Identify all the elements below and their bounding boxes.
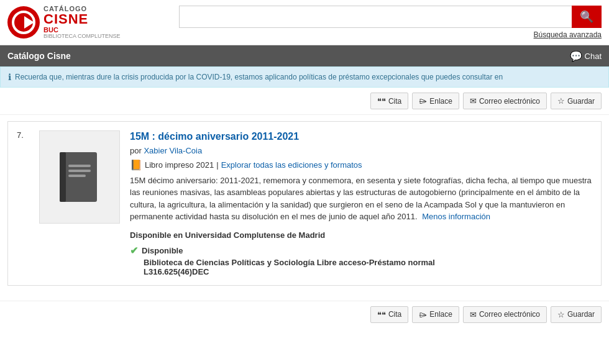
- save-label-bottom: Guardar: [567, 310, 595, 319]
- email-icon-bottom: ✉: [470, 310, 477, 319]
- svg-rect-4: [68, 175, 86, 177]
- result-format: 📙 Libro impreso 2021 | Explorar todas la…: [130, 159, 592, 171]
- link-button-bottom[interactable]: ⌲ Enlace: [412, 306, 459, 323]
- logo-text: CATÁLOGO CISNE BUC BIBLIOTECA COMPLUTENS…: [44, 5, 121, 40]
- search-row: 🔍: [179, 6, 602, 28]
- logo-cisne: CISNE: [44, 12, 121, 26]
- link-label-bottom: Enlace: [429, 310, 452, 319]
- main-content: 7. 15M : décimo aniversario 2011-2021 po…: [0, 115, 609, 298]
- save-button-bottom[interactable]: ☆ Guardar: [551, 306, 602, 323]
- available-check-icon: ✔: [130, 245, 138, 257]
- book-cover-icon: [55, 149, 104, 205]
- format-text: Libro impreso 2021: [145, 160, 214, 170]
- result-details: 15M : décimo aniversario 2011-2021 por X…: [130, 130, 592, 276]
- description-text: 15M décimo aniversario: 2011-2021, remem…: [130, 176, 592, 222]
- search-button[interactable]: 🔍: [572, 6, 602, 28]
- cite-label-top: Cita: [388, 97, 401, 106]
- chat-label: Chat: [585, 52, 602, 61]
- library-name: Biblioteca de Ciencias Políticas y Socio…: [144, 258, 592, 267]
- email-button-bottom[interactable]: ✉ Correo electrónico: [463, 306, 547, 323]
- book-thumbnail: [39, 130, 120, 224]
- save-button-top[interactable]: ☆ Guardar: [551, 93, 602, 109]
- link-button-top[interactable]: ⌲ Enlace: [412, 93, 459, 109]
- save-label-top: Guardar: [567, 97, 595, 106]
- email-label-top: Correo electrónico: [479, 97, 540, 106]
- info-icon: ℹ: [8, 72, 11, 82]
- email-button-top[interactable]: ✉ Correo electrónico: [463, 93, 547, 109]
- author-link[interactable]: Xabier Vila-Coia: [144, 146, 202, 155]
- info-text: Recuerda que, mientras dure la crisis pr…: [15, 73, 503, 81]
- author-prefix: por: [130, 146, 142, 155]
- link-icon-top: ⌲: [419, 96, 427, 106]
- link-label-top: Enlace: [429, 97, 452, 106]
- chat-icon: 💬: [570, 50, 582, 62]
- save-icon-bottom: ☆: [557, 310, 565, 319]
- svg-rect-1: [60, 152, 66, 202]
- chat-button[interactable]: 💬 Chat: [570, 50, 602, 62]
- search-icon: 🔍: [580, 10, 593, 24]
- cite-label-bottom: Cita: [388, 310, 401, 319]
- availability-title: Disponible en Universidad Complutense de…: [130, 230, 592, 240]
- svg-rect-2: [68, 165, 91, 167]
- svg-rect-3: [68, 170, 91, 172]
- result-title[interactable]: 15M : décimo aniversario 2011-2021: [130, 131, 299, 142]
- email-label-bottom: Correo electrónico: [479, 310, 540, 319]
- format-editions-link[interactable]: Explorar todas las ediciones y formatos: [221, 160, 362, 170]
- format-separator: |: [216, 160, 218, 170]
- cite-button-bottom[interactable]: ❝❝ Cita: [370, 306, 408, 323]
- result-author: por Xabier Vila-Coia: [130, 146, 592, 155]
- link-icon-bottom: ⌲: [419, 310, 427, 319]
- top-toolbar: ❝❝ Cita ⌲ Enlace ✉ Correo electrónico ☆ …: [0, 88, 609, 115]
- navbar: Catálogo Cisne 💬 Chat: [0, 45, 609, 66]
- call-number: L316.625(46)DEC: [144, 267, 592, 276]
- availability-section: Disponible en Universidad Complutense de…: [130, 230, 592, 276]
- header: CATÁLOGO CISNE BUC BIBLIOTECA COMPLUTENS…: [0, 0, 609, 45]
- navbar-title: Catálogo Cisne: [7, 51, 71, 61]
- more-info-link[interactable]: Menos información: [422, 212, 490, 221]
- result-description: 15M décimo aniversario: 2011-2021, remem…: [130, 175, 592, 223]
- format-icon: 📙: [130, 159, 142, 171]
- search-input[interactable]: [179, 6, 572, 28]
- save-icon-top: ☆: [557, 96, 565, 106]
- result-number: 7.: [17, 130, 29, 276]
- result-item: 7. 15M : décimo aniversario 2011-2021 po…: [7, 121, 602, 286]
- cite-button-top[interactable]: ❝❝ Cita: [370, 93, 408, 109]
- logo-icon: [7, 6, 40, 39]
- bottom-toolbar: ❝❝ Cita ⌲ Enlace ✉ Correo electrónico ☆ …: [0, 301, 609, 328]
- availability-status: ✔ Disponible: [130, 245, 592, 257]
- cite-icon-bottom: ❝❝: [377, 310, 386, 319]
- logo-biblioteca: BIBLIOTECA COMPLUTENSE: [44, 34, 121, 40]
- info-bar: ℹ Recuerda que, mientras dure la crisis …: [0, 66, 609, 88]
- logo-area: CATÁLOGO CISNE BUC BIBLIOTECA COMPLUTENS…: [7, 5, 132, 40]
- advanced-search-link[interactable]: Búsqueda avanzada: [534, 30, 602, 39]
- cite-icon-top: ❝❝: [377, 96, 386, 106]
- search-area: 🔍 Búsqueda avanzada: [132, 6, 602, 39]
- available-label: Disponible: [142, 246, 183, 255]
- email-icon-top: ✉: [470, 96, 477, 106]
